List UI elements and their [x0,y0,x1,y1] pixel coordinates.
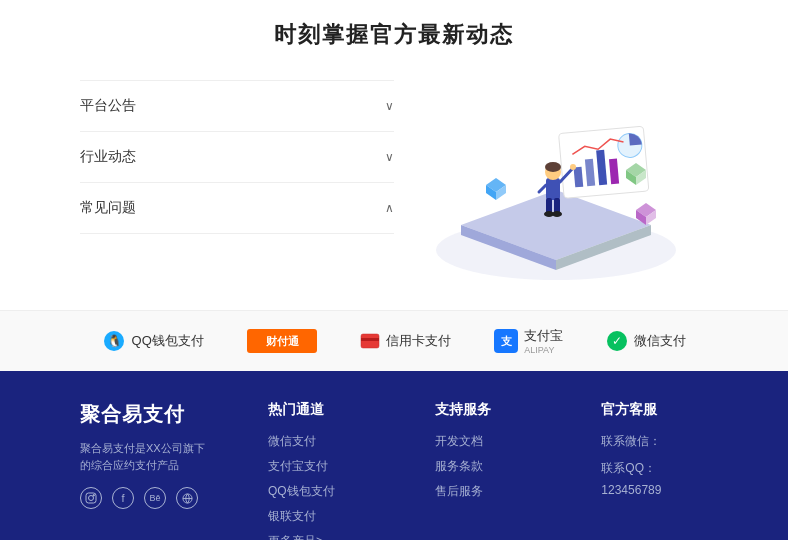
qq-label: QQ钱包支付 [132,332,204,350]
svg-text:🐧: 🐧 [106,333,121,348]
footer-link-alipay[interactable]: 支付宝支付 [268,458,375,475]
svg-rect-19 [546,178,560,200]
instagram-icon[interactable] [80,487,102,509]
illustration-panel [394,70,708,290]
footer-social: f Bē [80,487,208,509]
footer-brand-desc: 聚合易支付是XX公司旗下的综合应约支付产品 [80,440,208,473]
footer-link-docs[interactable]: 开发文档 [435,433,542,450]
footer-col-channels-title: 热门通道 [268,401,375,419]
behance-icon[interactable]: Bē [144,487,166,509]
credit-icon [360,331,380,351]
svg-point-40 [89,496,94,501]
svg-text:支: 支 [500,335,513,347]
accordion-item-1[interactable]: 行业动态 ∨ [80,132,394,183]
payment-alipay: 支 支付宝 ALIPAY [494,327,563,355]
isometric-illustration [401,70,701,290]
credit-label: 信用卡支付 [386,332,451,350]
svg-line-24 [539,185,546,192]
accordion-panel: 平台公告 ∨ 行业动态 ∨ 常见问题 ∧ [80,70,394,290]
accordion-arrow-0: ∨ [385,99,394,113]
footer-col-channels: 热门通道 微信支付 支付宝支付 QQ钱包支付 银联支付 更多产品> [268,401,375,540]
payment-wechat: ✓ 微信支付 [606,330,686,352]
accordion-item-2[interactable]: 常见问题 ∧ [80,183,394,234]
footer-col-service-title: 官方客服 [601,401,708,419]
accordion-label-2: 常见问题 [80,199,136,217]
qq-icon: 🐧 [102,329,126,353]
footer-link-terms[interactable]: 服务条款 [435,458,542,475]
footer: 聚合易支付 聚合易支付是XX公司旗下的综合应约支付产品 f Bē 热门通道 微信… [0,371,788,540]
footer-qq-contact-value: 123456789 [601,483,708,497]
footer-brand-title: 聚合易支付 [80,401,208,428]
footer-link-union[interactable]: 银联支付 [268,508,375,525]
svg-point-28 [552,211,562,217]
footer-link-more[interactable]: 更多产品> [268,533,375,540]
wechat-icon: ✓ [606,330,628,352]
accordion-label-0: 平台公告 [80,97,136,115]
svg-point-41 [93,495,95,497]
extra-social-icon[interactable] [176,487,198,509]
footer-qq-contact-label: 联系QQ： [601,460,708,477]
payment-credit: 信用卡支付 [360,331,451,351]
svg-rect-34 [361,338,379,341]
footer-link-aftersale[interactable]: 售后服务 [435,483,542,500]
footer-link-wechat[interactable]: 微信支付 [268,433,375,450]
footer-link-qq[interactable]: QQ钱包支付 [268,483,375,500]
page-title: 时刻掌握官方最新动态 [0,20,788,50]
alipay-label: 支付宝 [524,327,563,345]
accordion-arrow-1: ∨ [385,150,394,164]
facebook-icon[interactable]: f [112,487,134,509]
accordion-label-1: 行业动态 [80,148,136,166]
footer-col-support-title: 支持服务 [435,401,542,419]
payment-cft: 财付通 [247,329,317,353]
footer-col-support: 支持服务 开发文档 服务条款 售后服务 [435,401,542,540]
svg-point-21 [545,162,561,172]
svg-text:✓: ✓ [612,334,622,348]
footer-wechat-contact-label: 联系微信： [601,433,708,450]
cft-icon: 财付通 [247,329,317,353]
footer-brand: 聚合易支付 聚合易支付是XX公司旗下的综合应约支付产品 f Bē [80,401,208,540]
svg-point-23 [570,164,576,170]
alipay-sublabel: ALIPAY [524,345,563,355]
wechat-pay-label: 微信支付 [634,332,686,350]
accordion-arrow-2: ∧ [385,201,394,215]
alipay-icon: 支 [494,329,518,353]
footer-col-service: 官方客服 联系微信： 联系QQ： 123456789 [601,401,708,540]
accordion-item-0[interactable]: 平台公告 ∨ [80,80,394,132]
payment-strip: 🐧 QQ钱包支付 财付通 信用卡支付 支 支付宝 ALIPAY ✓ [0,310,788,371]
svg-text:财付通: 财付通 [264,335,299,347]
payment-qq: 🐧 QQ钱包支付 [102,329,204,353]
